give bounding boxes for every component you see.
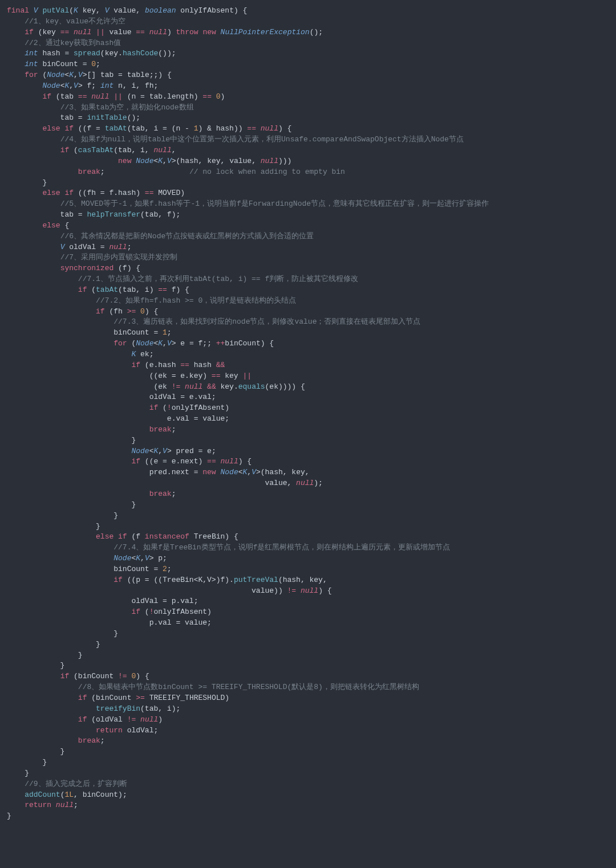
- code-line: if (casTabAt(tab, i, null,: [7, 146, 176, 154]
- token-p: [136, 307, 140, 316]
- token-p: > f;: [78, 81, 100, 90]
- token-op: ==: [247, 124, 256, 133]
- code-line: }: [7, 651, 83, 659]
- token-p: (hash, key,: [278, 576, 327, 584]
- token-p: (: [127, 339, 136, 348]
- token-p: >[] tab = table;;) {: [83, 71, 172, 79]
- token-p: binCount =: [7, 328, 163, 337]
- token-p: {: [60, 221, 70, 230]
- code-line: //8、如果链表中节点数binCount >= TREEIFY_THRESHOL…: [7, 683, 419, 691]
- code-line: }: [7, 511, 118, 520]
- token-ty: Node: [220, 468, 238, 476]
- token-op: ==: [136, 28, 145, 36]
- token-p: [256, 124, 261, 133]
- code-line: p.val = value;: [7, 618, 212, 627]
- token-kw: else if: [96, 532, 127, 541]
- token-nul: null: [109, 243, 127, 251]
- token-p: ;: [127, 243, 132, 251]
- token-p: MOVED): [153, 189, 185, 197]
- token-p: >(hash, key, value,: [172, 157, 261, 165]
- code-line: if (fh >= 0) {: [7, 307, 158, 316]
- token-cm: //4、如果f为null，说明table中这个位置第一次插入元素，利用Unsaf…: [60, 135, 464, 144]
- token-p: [7, 317, 114, 326]
- token-p: ;: [167, 565, 172, 573]
- token-ty: boolean: [145, 6, 176, 15]
- token-op: ==: [180, 361, 189, 369]
- token-ty: V: [167, 157, 172, 165]
- token-ty: K: [158, 339, 163, 348]
- token-kw: else if: [42, 189, 74, 197]
- code-line: if (!onlyIfAbsent): [7, 404, 229, 412]
- token-num: 1: [163, 328, 167, 337]
- code-line: else if (f instanceof TreeBin) {: [7, 532, 238, 541]
- token-kw: for: [25, 71, 38, 79]
- token-p: ((ek = e.key): [7, 372, 212, 380]
- code-line: else if ((f = tabAt(tab, i = (n - 1) & h…: [7, 124, 291, 133]
- token-kw: else if: [42, 124, 74, 133]
- code-line: }: [7, 522, 100, 531]
- token-p: onlyIfAbsent): [153, 608, 211, 616]
- token-nul: null: [149, 28, 167, 36]
- token-p: [7, 576, 114, 584]
- token-p: }: [7, 522, 100, 531]
- code-line: //3、如果tab为空，就初始化node数组: [7, 103, 194, 112]
- code-line: oldVal = e.val;: [7, 393, 216, 401]
- token-p: ek;: [136, 350, 153, 358]
- token-p: (: [158, 404, 167, 412]
- code-line: if (binCount != 0) {: [7, 672, 149, 680]
- token-p: ();: [127, 113, 140, 122]
- token-p: [212, 92, 216, 101]
- token-cm: //7.3、遍历链表，如果找到对应的node节点，则修改value；否则直接在链…: [114, 317, 420, 326]
- token-fn: helpTransfer: [87, 210, 140, 219]
- token-cm: //7.1、节点插入之前，再次利用tabAt(tab, i) == f判断，防止…: [78, 275, 358, 283]
- token-p: [7, 447, 131, 455]
- token-p: [7, 532, 96, 541]
- code-line: int hash = spread(key.hashCode());: [7, 49, 176, 58]
- token-kw: if: [114, 576, 123, 584]
- code-line: int binCount = 0;: [7, 60, 100, 68]
- token-p: }: [7, 500, 136, 509]
- token-p: [7, 554, 114, 563]
- token-cm: //7、采用同步内置锁实现并发控制: [60, 253, 177, 262]
- token-p: [7, 275, 78, 283]
- code-line: binCount = 2;: [7, 565, 172, 573]
- token-p: binCount) {: [225, 339, 274, 348]
- token-p: [145, 28, 149, 36]
- code-line: treeifyBin(tab, i);: [7, 704, 180, 713]
- token-p: (: [69, 6, 74, 15]
- token-ty: K: [136, 554, 140, 563]
- token-p: [7, 71, 25, 79]
- token-p: f) {: [167, 286, 189, 294]
- code-line: //1、key、value不允许为空: [7, 17, 125, 26]
- token-op: ==: [212, 372, 221, 380]
- token-p: onlyIfAbsent) {: [176, 6, 248, 15]
- code-line: }: [7, 500, 136, 509]
- code-line: tab = initTable();: [7, 113, 140, 122]
- token-p: [136, 715, 140, 724]
- token-op: ==: [60, 28, 70, 36]
- code-line: //2、通过key获取到hash值: [7, 39, 121, 47]
- token-op: ||: [96, 28, 105, 36]
- token-p: (ek: [7, 382, 172, 391]
- token-p: pred.next =: [7, 468, 202, 476]
- token-fn: putTreeVal: [234, 576, 278, 584]
- code-line: }: [7, 436, 136, 445]
- token-p: [91, 28, 96, 36]
- token-kw: if: [78, 694, 87, 702]
- code-line: if (oldVal != null): [7, 715, 163, 724]
- token-cm: //9、插入完成之后，扩容判断: [25, 780, 127, 788]
- token-num: 0: [91, 60, 96, 68]
- token-p: ((fh = f.hash): [74, 189, 145, 197]
- code-line: value, null);: [7, 479, 323, 487]
- token-p: (: [38, 71, 47, 79]
- token-num: 1L: [64, 790, 74, 799]
- token-p: [7, 60, 25, 68]
- token-p: [7, 790, 25, 799]
- token-p: [7, 425, 149, 434]
- token-p: ;: [167, 328, 172, 337]
- token-nul: null: [296, 479, 314, 487]
- token-p: value)): [7, 586, 287, 595]
- code-line: e.val = value;: [7, 414, 229, 423]
- token-fn: tabAt: [96, 286, 118, 294]
- token-nul: null: [221, 457, 238, 466]
